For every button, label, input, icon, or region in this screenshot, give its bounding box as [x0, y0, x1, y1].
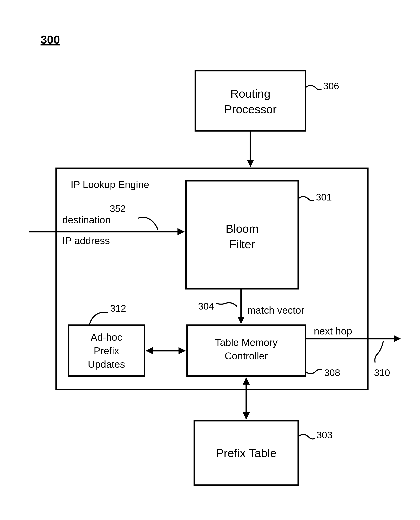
- match-vector-label: match vector: [247, 305, 304, 316]
- adhoc-label-1: Ad-hoc: [91, 332, 122, 343]
- adhoc-label-3: Updates: [88, 359, 125, 370]
- prefix-table-label: Prefix Table: [216, 446, 277, 460]
- routing-processor-label-1: Routing: [230, 87, 270, 100]
- adhoc-label-2: Prefix: [94, 345, 119, 356]
- figure-number: 300: [41, 33, 60, 46]
- bloom-filter-label-2: Filter: [229, 238, 255, 251]
- svg-rect-0: [195, 71, 306, 131]
- bloom-filter-label-1: Bloom: [226, 222, 259, 235]
- bloom-filter-block: Bloom Filter: [186, 181, 298, 289]
- table-memory-controller-block: Table Memory Controller: [187, 325, 306, 376]
- adhoc-ref: 312: [110, 303, 126, 314]
- ip-lookup-engine-title: IP Lookup Engine: [71, 179, 149, 190]
- dest-ip-ref: 352: [110, 203, 126, 214]
- tmc-label-2: Controller: [225, 350, 268, 362]
- next-hop-label: next hop: [314, 326, 352, 337]
- adhoc-updates-block: Ad-hoc Prefix Updates: [68, 325, 144, 376]
- prefix-table-block: Prefix Table: [194, 421, 298, 485]
- tmc-label-1: Table Memory: [215, 337, 278, 348]
- dest-ip-label-1: destination: [62, 214, 111, 225]
- routing-processor-ref: 306: [323, 81, 339, 91]
- tmc-ref: 308: [324, 367, 340, 378]
- bloom-filter-ref: 301: [316, 192, 332, 202]
- dest-ip-label-2: IP address: [62, 235, 110, 246]
- match-vector-ref: 304: [198, 301, 214, 312]
- prefix-table-ref: 303: [316, 430, 332, 440]
- next-hop-ref: 310: [374, 367, 390, 378]
- routing-processor-label-2: Processor: [224, 103, 277, 116]
- routing-processor-block: Routing Processor: [195, 71, 306, 131]
